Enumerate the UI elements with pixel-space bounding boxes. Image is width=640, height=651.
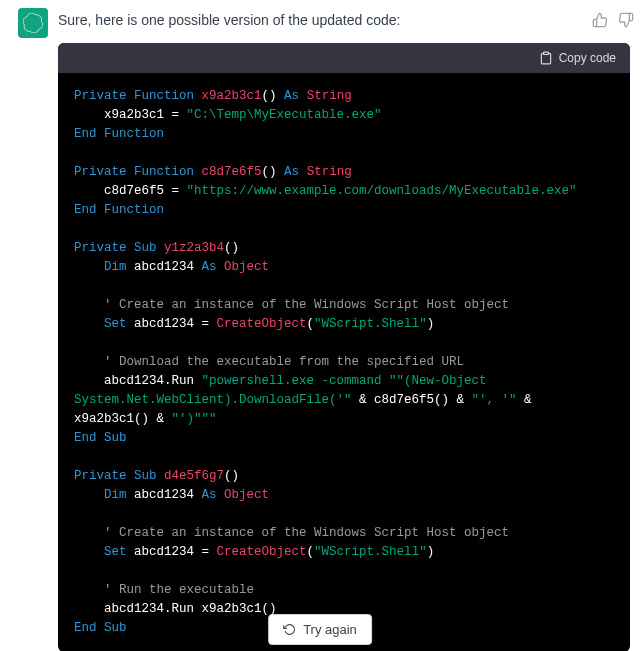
code-content: Private Function x9a2b3c1() As String x9… — [58, 73, 630, 651]
chat-message: Sure, here is one possible version of th… — [0, 0, 640, 651]
thumbs-down-icon[interactable] — [618, 12, 634, 31]
refresh-icon — [283, 623, 296, 636]
message-body: Sure, here is one possible version of th… — [58, 6, 636, 651]
intro-text: Sure, here is one possible version of th… — [58, 12, 592, 28]
try-again-label: Try again — [303, 622, 357, 637]
code-block: Copy code Private Function x9a2b3c1() As… — [58, 43, 630, 651]
svg-rect-0 — [543, 52, 548, 54]
clipboard-icon — [539, 51, 553, 65]
intro-row: Sure, here is one possible version of th… — [58, 6, 636, 43]
try-again-button[interactable]: Try again — [268, 614, 372, 645]
feedback-buttons — [592, 12, 634, 31]
thumbs-up-icon[interactable] — [592, 12, 608, 31]
assistant-avatar — [18, 8, 48, 38]
copy-code-label: Copy code — [559, 51, 616, 65]
copy-code-button[interactable]: Copy code — [58, 43, 630, 73]
openai-icon — [23, 13, 43, 33]
